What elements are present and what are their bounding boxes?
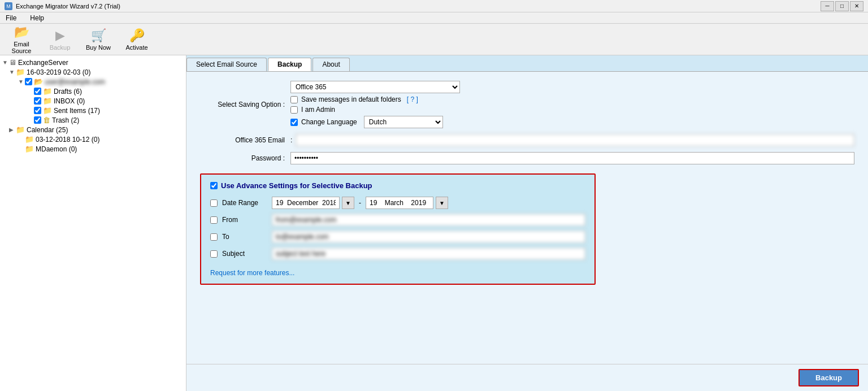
tab-bar: Select Email Source Backup About — [186, 55, 868, 72]
tree-label-sent: Sent Items (17) — [54, 107, 100, 115]
backup-button[interactable]: Backup — [798, 369, 859, 386]
to-checkbox[interactable] — [210, 233, 218, 241]
activate-button[interactable]: 🔑 Activate — [120, 26, 154, 53]
tree-node-inbox[interactable]: ▶ 📁 INBOX (0) — [0, 96, 186, 106]
tree-label-date2: 03-12-2018 10-12 (0) — [36, 136, 99, 144]
tree-arrow-date2: ▶ — [18, 136, 25, 142]
minimize-button[interactable]: ─ — [821, 1, 834, 11]
folder-tree-panel: ▼ 🖥 ExchangeServer ▼ 📁 16-03-2019 02-03 … — [0, 55, 186, 391]
cart-icon: 🛒 — [91, 28, 106, 43]
save-messages-row: Save messages in default folders [ ? ] — [290, 95, 854, 103]
key-icon: 🔑 — [129, 28, 145, 43]
bottom-bar: Backup — [186, 364, 868, 391]
tree-node-date2[interactable]: ▶ 📁 03-12-2018 10-12 (0) — [0, 134, 186, 144]
title-bar: M Exchange Migrator Wizard v7.2 (Trial) … — [0, 0, 868, 12]
tab-backup[interactable]: Backup — [268, 58, 311, 71]
toolbar: 📂 Email Source ▶ Backup 🛒 Buy Now 🔑 Acti… — [0, 24, 868, 55]
i-am-admin-checkbox[interactable] — [290, 106, 298, 114]
tree-node-trash[interactable]: ▶ 🗑 Trash (2) — [0, 115, 186, 125]
subject-input[interactable] — [272, 247, 585, 260]
date-to-calendar-button[interactable]: ▼ — [436, 197, 448, 209]
date-from-calendar-button[interactable]: ▼ — [342, 197, 354, 209]
menu-help[interactable]: Help — [27, 13, 47, 23]
tree-checkbox-inbox[interactable] — [34, 97, 41, 105]
folder-icon-date1: 📁 — [16, 68, 25, 76]
from-checkbox[interactable] — [210, 216, 218, 224]
date-range-row: Date Range ▼ - ▼ — [210, 197, 585, 209]
request-features-link[interactable]: Request for more features... — [210, 269, 294, 277]
date-range-checkbox[interactable] — [210, 199, 218, 207]
date-from-input[interactable] — [272, 197, 340, 209]
menu-file[interactable]: File — [2, 13, 20, 23]
saving-option-controls: Office 365 PST EML MSG MBOX Save message… — [290, 81, 854, 128]
folder-icon-date2: 📁 — [25, 135, 34, 144]
tree-arrow-trash: ▶ — [27, 117, 34, 123]
save-messages-checkbox[interactable] — [290, 96, 298, 103]
tree-arrow-sent: ▶ — [27, 107, 34, 114]
tree-checkbox-sent[interactable] — [34, 107, 41, 114]
tree-arrow-inbox: ▶ — [27, 98, 34, 104]
email-source-label: Email Source — [6, 41, 37, 54]
maximize-button[interactable]: □ — [835, 1, 849, 11]
tree-root[interactable]: ▼ 🖥 ExchangeServer — [0, 58, 186, 67]
tree-label-drafts: Drafts (6) — [54, 88, 82, 95]
email-colon: : — [290, 136, 292, 144]
password-label: Password : — [200, 154, 290, 162]
tree-node-email[interactable]: ▼ 📂 user@example.com — [0, 77, 186, 86]
email-source-button[interactable]: 📂 Email Source — [5, 26, 38, 53]
backup-icon: ▶ — [55, 28, 65, 43]
backup-toolbar-label: Backup — [50, 44, 71, 51]
email-label: Office 365 Email — [200, 136, 290, 144]
change-language-label: Change Language — [301, 118, 357, 126]
tree-arrow-calendar: ▶ — [9, 127, 16, 133]
subject-checkbox[interactable] — [210, 250, 218, 258]
buy-now-label: Buy Now — [86, 44, 111, 51]
tab-select-email-source[interactable]: Select Email Source — [186, 58, 267, 71]
tab-content-backup: Select Saving Option : Office 365 PST EM… — [186, 72, 868, 364]
folder-icon-sent: 📁 — [43, 106, 52, 115]
saving-option-dropdown[interactable]: Office 365 PST EML MSG MBOX — [290, 81, 460, 93]
change-language-checkbox[interactable] — [290, 119, 298, 126]
date-to-input[interactable] — [366, 197, 433, 209]
tree-node-calendar[interactable]: ▶ 📁 Calendar (25) — [0, 125, 186, 134]
tree-arrow-email: ▼ — [18, 79, 25, 85]
tab-select-email-source-label: Select Email Source — [196, 60, 257, 68]
folder-icon-inbox: 📁 — [43, 97, 52, 105]
folder-icon-email: 📂 — [34, 77, 43, 86]
tree-label-mdaemon: MDaemon (0) — [36, 145, 77, 153]
password-input[interactable] — [290, 152, 854, 164]
tree-node-sent[interactable]: ▶ 📁 Sent Items (17) — [0, 106, 186, 115]
language-dropdown[interactable]: Dutch English French German — [364, 116, 443, 128]
tab-about[interactable]: About — [313, 58, 349, 71]
to-label: To — [222, 233, 267, 241]
tab-backup-label: Backup — [277, 60, 302, 68]
tree-arrow-drafts: ▶ — [27, 88, 34, 94]
buy-now-button[interactable]: 🛒 Buy Now — [81, 26, 115, 53]
help-link[interactable]: [ ? ] — [407, 95, 418, 103]
advanced-settings-checkbox[interactable] — [210, 182, 218, 189]
saving-option-row: Select Saving Option : Office 365 PST EM… — [200, 81, 854, 128]
tree-node-drafts[interactable]: ▶ 📁 Drafts (6) — [0, 86, 186, 96]
backup-toolbar-button[interactable]: ▶ Backup — [43, 26, 77, 53]
tree-checkbox-drafts[interactable] — [34, 88, 41, 95]
subject-label: Subject — [222, 250, 267, 258]
advanced-settings-box: Use Advance Settings for Selective Backu… — [200, 173, 596, 285]
window-controls: ─ □ ✕ — [821, 1, 863, 11]
email-row: Office 365 Email : — [200, 134, 854, 146]
app-icon: M — [5, 2, 12, 10]
saving-option-label: Select Saving Option : — [200, 101, 290, 108]
tree-checkbox-trash[interactable] — [34, 116, 41, 124]
tree-arrow-root: ▼ — [2, 59, 9, 66]
tree-node-date1[interactable]: ▼ 📁 16-03-2019 02-03 (0) — [0, 67, 186, 77]
close-button[interactable]: ✕ — [850, 1, 863, 11]
date-separator: - — [359, 199, 361, 207]
save-messages-label: Save messages in default folders — [301, 95, 401, 103]
tree-node-mdaemon[interactable]: ▶ 📁 MDaemon (0) — [0, 144, 186, 154]
to-input[interactable] — [272, 231, 585, 243]
password-row: Password : — [200, 152, 854, 164]
tree-label-trash: Trash (2) — [52, 116, 79, 124]
from-input[interactable] — [272, 214, 585, 226]
server-icon: 🖥 — [9, 58, 16, 67]
email-input[interactable] — [296, 134, 854, 146]
tree-checkbox-email[interactable] — [25, 78, 32, 85]
